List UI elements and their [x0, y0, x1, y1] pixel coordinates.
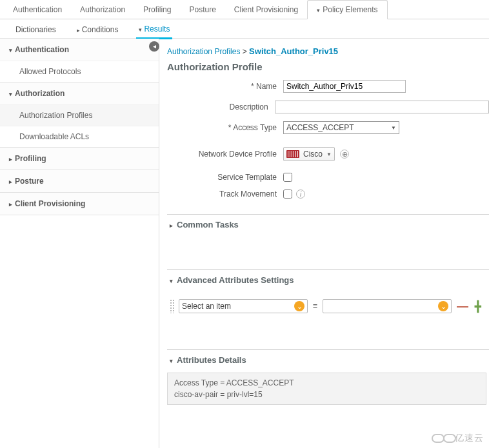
chevron-right-icon: ▸	[9, 201, 12, 208]
sub-tabs: Dictionaries Conditions Results	[0, 19, 489, 39]
detail-line: cisco-av-pair = priv-lvl=15	[174, 389, 479, 400]
name-label: * Name	[167, 82, 283, 91]
tab-profiling[interactable]: Profiling	[134, 1, 180, 19]
tab-authentication[interactable]: Authentication	[4, 1, 71, 19]
sidebar-section-posture[interactable]: ▸Posture	[0, 170, 159, 192]
description-input[interactable]	[275, 101, 489, 113]
tab-policy-elements[interactable]: Policy Elements	[307, 0, 387, 19]
cloud-icon	[443, 434, 456, 443]
breadcrumb-current: Switch_Author_Priv15	[249, 46, 338, 56]
tab-authorization[interactable]: Authorization	[71, 1, 134, 19]
sidebar-section-label: Client Provisioning	[15, 199, 85, 208]
sidebar-section-authentication[interactable]: ▾Authentication	[0, 39, 159, 61]
chevron-down-icon: ▾	[170, 278, 173, 284]
sidebar-collapse-button[interactable]: ◂	[149, 41, 159, 52]
sidebar-section-label: Profiling	[15, 154, 46, 163]
track-movement-label: Track Movement	[167, 190, 283, 199]
access-type-select[interactable]: ACCESS_ACCEPT ▼	[283, 121, 399, 134]
ndp-value: Cisco	[303, 150, 323, 159]
chevron-right-icon: ▸	[9, 156, 12, 162]
access-type-label: * Access Type	[167, 123, 283, 132]
sidebar-section-client-provisioning[interactable]: ▸Client Provisioning	[0, 193, 159, 215]
service-template-label: Service Template	[167, 173, 283, 182]
add-row-button[interactable]: ╋	[474, 300, 483, 313]
panel-common-tasks[interactable]: ▸Common Tasks	[167, 215, 489, 235]
sidebar-section-label: Authorization	[15, 89, 65, 98]
name-input[interactable]	[283, 80, 406, 93]
panel-attributes-details[interactable]: ▾Attributes Details	[167, 350, 489, 370]
drag-handle-icon[interactable]	[170, 299, 175, 313]
attribute-name-value: Select an item	[182, 302, 231, 311]
description-label: Description	[167, 102, 275, 112]
sidebar-section-authorization[interactable]: ▾Authorization	[0, 83, 159, 104]
tab-client-provisioning[interactable]: Client Provisioning	[225, 1, 307, 19]
dropdown-icon: ⌄	[294, 301, 304, 311]
subtab-conditions[interactable]: Conditions	[74, 20, 121, 38]
subtab-results[interactable]: Results	[136, 19, 172, 39]
chevron-down-icon: ▾	[170, 358, 173, 364]
chevron-down-icon: ▼	[391, 125, 396, 131]
panel-title: Attributes Details	[177, 355, 246, 365]
sidebar-item-allowed-protocols[interactable]: Allowed Protocols	[0, 61, 159, 82]
info-icon[interactable]: i	[296, 190, 305, 199]
sidebar: ◂ ▾Authentication Allowed Protocols ▾Aut…	[0, 39, 159, 448]
service-template-checkbox[interactable]	[283, 173, 292, 182]
breadcrumb-separator: >	[243, 47, 247, 56]
sidebar-section-profiling[interactable]: ▸Profiling	[0, 148, 159, 170]
sidebar-section-label: Posture	[15, 177, 44, 186]
watermark: 亿速云	[432, 433, 484, 444]
tab-posture[interactable]: Posture	[180, 1, 225, 19]
track-movement-checkbox[interactable]	[283, 190, 292, 199]
dropdown-icon: ⌄	[438, 301, 448, 311]
network-device-profile-select[interactable]: Cisco ▼	[283, 147, 335, 161]
top-tabs: Authentication Authorization Profiling P…	[0, 0, 489, 19]
attribute-name-combo[interactable]: Select an item ⌄	[179, 299, 308, 313]
breadcrumb: Authorization Profiles > Switch_Author_P…	[167, 45, 489, 59]
cisco-logo-icon	[286, 150, 299, 158]
watermark-text: 亿速云	[455, 433, 484, 444]
equals-label: =	[312, 302, 319, 311]
remove-row-button[interactable]: —	[455, 300, 470, 313]
add-ndp-button[interactable]: ⊕	[340, 150, 349, 159]
ndp-label: Network Device Profile	[167, 150, 283, 159]
sidebar-item-authorization-profiles[interactable]: Authorization Profiles	[0, 104, 159, 126]
breadcrumb-parent-link[interactable]: Authorization Profiles	[167, 47, 240, 56]
chevron-right-icon: ▸	[170, 222, 173, 229]
chevron-down-icon: ▾	[9, 91, 12, 97]
panel-title: Advanced Attributes Settings	[177, 275, 294, 285]
cloud-icon	[432, 434, 444, 443]
chevron-right-icon: ▸	[9, 179, 12, 185]
attributes-details-body: Access Type = ACCESS_ACCEPT cisco-av-pai…	[167, 373, 486, 405]
attribute-row: Select an item ⌄ = ⌄ — ╋	[170, 299, 486, 313]
subtab-dictionaries[interactable]: Dictionaries	[13, 20, 59, 38]
chevron-down-icon: ▾	[9, 47, 12, 54]
main-content: Authorization Profiles > Switch_Author_P…	[159, 39, 489, 448]
attribute-value-combo[interactable]: ⌄	[323, 299, 452, 313]
panel-title: Common Tasks	[177, 220, 239, 229]
sidebar-section-label: Authentication	[15, 45, 69, 54]
detail-line: Access Type = ACCESS_ACCEPT	[174, 377, 479, 389]
sidebar-item-downloadable-acls[interactable]: Downloadable ACLs	[0, 126, 159, 147]
page-title: Authorization Profile	[167, 59, 489, 80]
chevron-down-icon: ▼	[326, 151, 332, 157]
panel-advanced-attributes[interactable]: ▾Advanced Attributes Settings	[167, 270, 489, 290]
access-type-value: ACCESS_ACCEPT	[286, 123, 354, 132]
